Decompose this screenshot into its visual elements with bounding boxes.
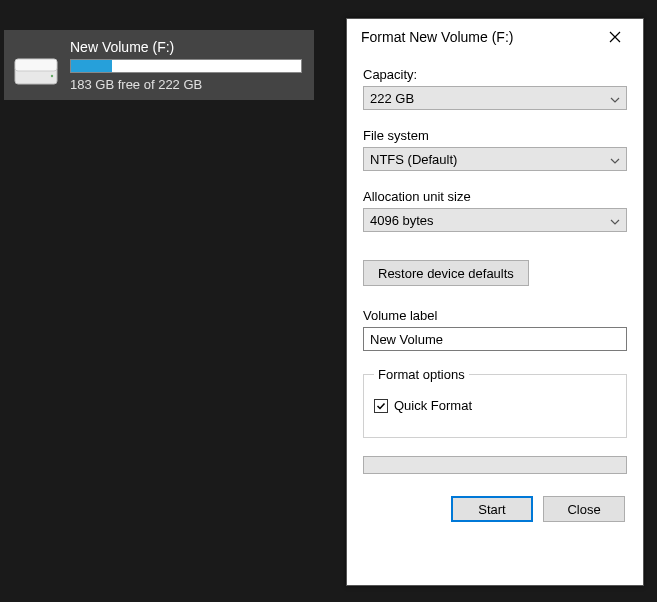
format-options-legend: Format options	[374, 367, 469, 382]
volume-label-label: Volume label	[363, 308, 627, 323]
drive-free-text: 183 GB free of 222 GB	[70, 77, 306, 92]
file-system-value: NTFS (Default)	[370, 152, 457, 167]
svg-point-2	[51, 75, 53, 77]
dialog-titlebar[interactable]: Format New Volume (F:)	[347, 19, 643, 55]
dialog-button-row: Start Close	[363, 496, 627, 522]
drive-info: New Volume (F:) 183 GB free of 222 GB	[70, 39, 306, 92]
allocation-value: 4096 bytes	[370, 213, 434, 228]
allocation-label: Allocation unit size	[363, 189, 627, 204]
quick-format-label: Quick Format	[394, 398, 472, 413]
quick-format-checkbox[interactable]	[374, 399, 388, 413]
file-system-select[interactable]: NTFS (Default)	[363, 147, 627, 171]
svg-rect-1	[15, 59, 57, 71]
chevron-down-icon	[610, 213, 620, 228]
drive-usage-fill	[71, 60, 112, 72]
format-options-group: Format options Quick Format	[363, 367, 627, 438]
chevron-down-icon	[610, 152, 620, 167]
dialog-title: Format New Volume (F:)	[361, 29, 513, 45]
capacity-value: 222 GB	[370, 91, 414, 106]
allocation-select[interactable]: 4096 bytes	[363, 208, 627, 232]
close-button[interactable]: Close	[543, 496, 625, 522]
close-icon[interactable]	[595, 22, 635, 52]
drive-name: New Volume (F:)	[70, 39, 306, 55]
capacity-select[interactable]: 222 GB	[363, 86, 627, 110]
drive-icon	[12, 49, 60, 97]
volume-label-input[interactable]	[363, 327, 627, 351]
drive-card[interactable]: New Volume (F:) 183 GB free of 222 GB	[4, 30, 314, 100]
chevron-down-icon	[610, 91, 620, 106]
format-dialog: Format New Volume (F:) Capacity: 222 GB …	[346, 18, 644, 586]
quick-format-row[interactable]: Quick Format	[374, 398, 616, 413]
progress-bar	[363, 456, 627, 474]
drive-usage-bar	[70, 59, 302, 73]
restore-defaults-button[interactable]: Restore device defaults	[363, 260, 529, 286]
file-system-label: File system	[363, 128, 627, 143]
capacity-label: Capacity:	[363, 67, 627, 82]
start-button[interactable]: Start	[451, 496, 533, 522]
